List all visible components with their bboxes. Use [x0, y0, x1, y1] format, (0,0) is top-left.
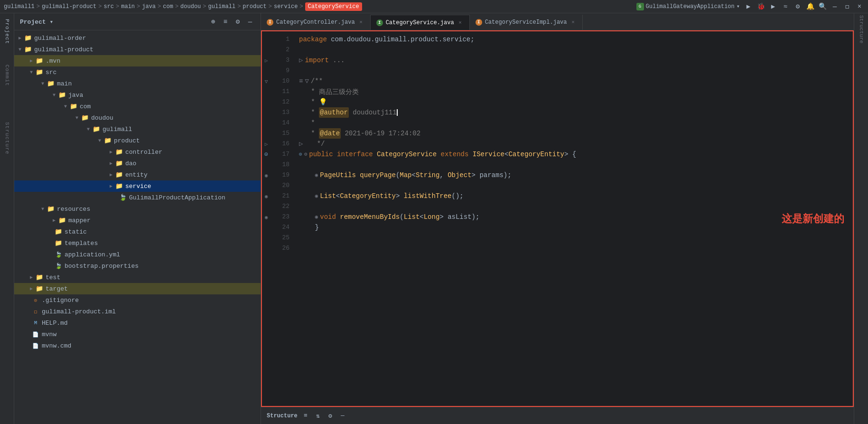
app-icon: G: [636, 3, 644, 10]
gutter-method[interactable]: ◉: [261, 212, 271, 222]
tree-item-main[interactable]: ▼ 📁 main: [14, 78, 261, 89]
notification-icon[interactable]: 🔔: [805, 2, 815, 11]
line-number: 17: [271, 149, 289, 160]
tree-item-src[interactable]: ▼ 📁 src: [14, 66, 261, 78]
tree-item-mvn[interactable]: ▶ 📁 .mvn: [14, 55, 261, 66]
bp-icon-settings[interactable]: ⚙: [326, 412, 335, 420]
settings-tree-icon[interactable]: ⚙: [233, 17, 243, 27]
tree-item-gitignore[interactable]: ⊙ .gitignore: [14, 294, 261, 306]
tree-item-service[interactable]: ▶ 📁 service: [14, 180, 261, 192]
code-line-1: package com.doudou.gulimall.product.serv…: [299, 34, 854, 45]
run-icon[interactable]: ▶: [744, 2, 753, 11]
collapse-icon[interactable]: ≡: [221, 17, 230, 27]
arrow-icon: ▼: [39, 205, 47, 213]
tree-item-iml[interactable]: ◻ gulimall-product.iml: [14, 306, 261, 317]
tab-close-button[interactable]: ×: [570, 19, 577, 26]
tree-item-application-yml[interactable]: 🍃 application.yml: [14, 249, 261, 260]
arrow-icon: ▼: [50, 91, 58, 99]
tree-label: templates: [65, 240, 257, 247]
code-line-23: ◉ void removeMenuByIds(List<Long> asList…: [299, 212, 854, 222]
sidebar-item-commit[interactable]: Commit: [1, 59, 13, 92]
close-tree-icon[interactable]: —: [245, 17, 255, 27]
run-config[interactable]: G GulimallGatewayApplication ▾: [636, 3, 740, 10]
bp-icon-sort[interactable]: ⇅: [314, 412, 322, 420]
tree-item-mvnw[interactable]: 📄 mvnw: [14, 329, 261, 340]
tab-category-service[interactable]: I CategoryService.java ×: [371, 15, 470, 30]
gutter-row: [261, 180, 271, 191]
tree-item-bootstrap-properties[interactable]: 🍃 bootstrap.properties: [14, 260, 261, 272]
debug-icon[interactable]: 🐞: [756, 2, 765, 11]
tree-item-mapper[interactable]: ▶ 📁 mapper: [14, 215, 261, 226]
breadcrumb-highlight[interactable]: CategoryService: [305, 2, 362, 11]
breadcrumb-sep: >: [175, 3, 178, 10]
tree-item-mvnw-cmd[interactable]: 📄 mvnw.cmd: [14, 340, 261, 351]
gutter-fold3[interactable]: ▷: [261, 139, 271, 149]
tree-label: bootstrap.properties: [65, 263, 257, 270]
tree-item-gulimall[interactable]: ▼ 📁 gulimall: [14, 123, 261, 135]
gutter-fold2[interactable]: ▽: [261, 76, 271, 86]
tree-item-test[interactable]: ▶ 📁 test: [14, 272, 261, 283]
breadcrumb-item[interactable]: main: [121, 3, 135, 10]
maximize-icon[interactable]: ◻: [842, 2, 852, 11]
folder-icon: 📁: [69, 102, 78, 111]
tree-item-templates[interactable]: 📁 templates: [14, 237, 261, 249]
tree-label: src: [46, 69, 257, 76]
sidebar-item-structure-left[interactable]: Structure: [1, 122, 13, 155]
tree-item-dao[interactable]: ▶ 📁 dao: [14, 158, 261, 169]
tab-category-service-impl[interactable]: I CategoryServiceImpl.java ×: [470, 15, 583, 30]
tree-item-controller[interactable]: ▶ 📁 controller: [14, 146, 261, 158]
coverage-icon[interactable]: ▶: [768, 2, 778, 11]
right-panel-item[interactable]: Structure: [859, 15, 864, 44]
minimize-icon[interactable]: —: [830, 2, 840, 11]
tree-item-static[interactable]: 📁 static: [14, 226, 261, 237]
line-number: 23: [271, 212, 289, 222]
tab-bar: I CategoryController.java × I CategorySe…: [261, 13, 854, 30]
profiler-icon[interactable]: ≈: [781, 2, 790, 11]
sidebar-item-project[interactable]: Project: [1, 15, 13, 48]
breadcrumb-item[interactable]: src: [103, 3, 114, 10]
tree-item-target[interactable]: ▶ 📁 target: [14, 283, 261, 294]
tab-close-button[interactable]: ×: [457, 19, 464, 26]
file-tree-header: Project ▾ ⊕ ≡ ⚙ —: [14, 13, 261, 30]
tab-icon: I: [267, 19, 273, 26]
code-content[interactable]: package com.doudou.gulimall.product.serv…: [295, 30, 854, 407]
line-number: 9: [271, 66, 289, 76]
bp-icon-close[interactable]: —: [338, 412, 347, 420]
tree-item-help-md[interactable]: M HELP.md: [14, 317, 261, 329]
gutter-fold[interactable]: ▷: [261, 55, 271, 66]
tree-item-gulimall-order[interactable]: ▶ 📁 gulimall-order: [14, 32, 261, 44]
breadcrumb-sep: >: [299, 3, 303, 10]
breadcrumb-item[interactable]: com: [163, 3, 173, 10]
run-config-name: GulimallGatewayApplication: [646, 3, 735, 10]
gutter-impl-icon[interactable]: ⊙: [261, 149, 271, 160]
breadcrumb: gulimall1 > gulimall-product > src > mai…: [4, 2, 362, 11]
code-line-3: ▷ import ...: [299, 55, 854, 66]
tree-label: gulimall: [103, 126, 257, 133]
tree-item-gulimall-product[interactable]: ▼ 📁 gulimall-product: [14, 44, 261, 55]
tree-item-doudou[interactable]: ▼ 📁 doudou: [14, 112, 261, 123]
gutter-method[interactable]: ◉: [261, 191, 271, 201]
breadcrumb-item[interactable]: gulimall1: [4, 3, 35, 10]
breadcrumb-item[interactable]: service: [274, 3, 298, 10]
gutter-method[interactable]: ◉: [261, 170, 271, 180]
tree-item-com[interactable]: ▼ 📁 com: [14, 101, 261, 112]
settings-icon[interactable]: ⚙: [793, 2, 803, 11]
tree-item-entity[interactable]: ▶ 📁 entity: [14, 169, 261, 180]
tab-close-button[interactable]: ×: [358, 19, 364, 26]
breadcrumb-item[interactable]: gulimall: [208, 3, 236, 10]
breadcrumb-item[interactable]: gulimall-product: [42, 3, 96, 10]
breadcrumb-item[interactable]: java: [142, 3, 156, 10]
tree-label: resources: [57, 206, 257, 213]
dropdown-arrow: ▾: [737, 3, 740, 10]
search-icon[interactable]: 🔍: [818, 2, 827, 11]
tree-item-app[interactable]: 🍃 GulimallProductApplication: [14, 192, 261, 203]
tab-category-controller[interactable]: I CategoryController.java ×: [261, 15, 371, 30]
tree-item-product[interactable]: ▼ 📁 product: [14, 135, 261, 146]
breadcrumb-item[interactable]: product: [243, 3, 266, 10]
locate-icon[interactable]: ⊕: [208, 17, 218, 27]
tree-item-resources[interactable]: ▼ 📁 resources: [14, 203, 261, 215]
tree-item-java[interactable]: ▼ 📁 java: [14, 89, 261, 101]
close-icon[interactable]: ×: [855, 2, 864, 11]
bp-icon-align[interactable]: ≡: [301, 412, 310, 420]
breadcrumb-item[interactable]: doudou: [180, 3, 201, 10]
